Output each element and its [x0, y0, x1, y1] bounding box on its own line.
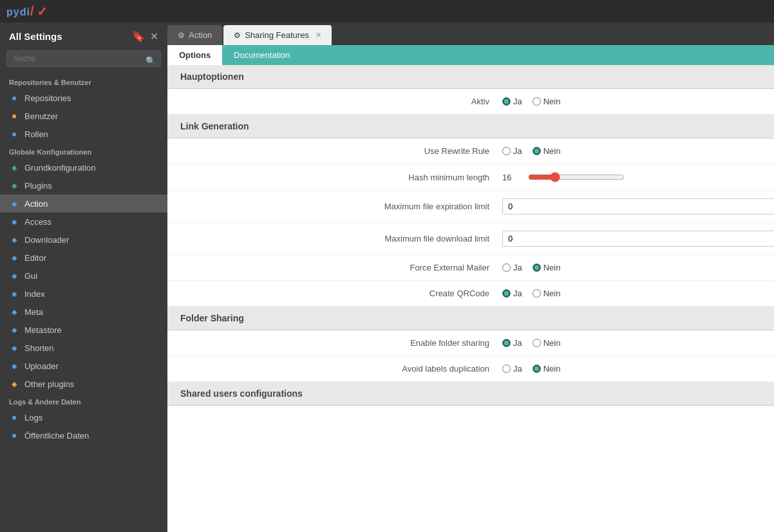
folder-sharing-nein-input[interactable] — [533, 339, 541, 347]
sidebar-item-label: Shorten — [24, 343, 54, 353]
action-icon: ◆ — [9, 198, 19, 209]
rewrite-ja-label: Ja — [513, 146, 522, 156]
hash-range-input[interactable] — [528, 172, 625, 182]
force-mailer-nein-input[interactable] — [533, 263, 541, 272]
avoid-labels-nein-radio[interactable]: Nein — [533, 364, 561, 374]
sidebar-item-label: Uploader — [24, 361, 59, 371]
rewrite-ja-radio[interactable]: Ja — [502, 146, 522, 156]
tab-action-label: Action — [189, 30, 212, 40]
sidebar-item-repositories[interactable]: ■ Repositories — [0, 89, 167, 107]
rewrite-ja-input[interactable] — [502, 147, 511, 155]
search-icon: 🔍 — [146, 56, 156, 66]
grundkonfiguration-icon: ◆ — [9, 162, 19, 173]
search-container: 🔍 — [0, 48, 167, 73]
subtab-documentation-label: Documentation — [234, 50, 290, 60]
sidebar-header: All Settings 🔖 ✕ — [0, 23, 167, 48]
sidebar-item-benutzer[interactable]: ■ Benutzer — [0, 107, 167, 125]
subtab-bar: Options Documentation — [167, 45, 774, 65]
aktiv-nein-radio[interactable]: Nein — [533, 97, 561, 106]
folder-sharing-ja-input[interactable] — [502, 339, 511, 347]
aktiv-ja-input[interactable] — [502, 97, 511, 106]
section-globale-konfig: Globale Konfigurationen — [0, 143, 167, 158]
aktiv-control: Ja Nein — [502, 97, 761, 106]
sidebar-item-label: Editor — [24, 253, 46, 263]
folder-sharing-nein-radio[interactable]: Nein — [533, 338, 561, 348]
qrcode-ja-radio[interactable]: Ja — [502, 289, 522, 298]
qrcode-ja-input[interactable] — [502, 289, 511, 298]
metastore-icon: ◆ — [9, 325, 19, 335]
sidebar-item-plugins[interactable]: ◆ Plugins — [0, 176, 167, 195]
sidebar-item-access[interactable]: ◆ Access — [0, 213, 167, 231]
sidebar-item-grundkonfiguration[interactable]: ◆ Grundkonfiguration — [0, 158, 167, 176]
search-input[interactable] — [6, 50, 161, 67]
sidebar-item-label: Downloader — [24, 235, 69, 245]
sidebar-item-index[interactable]: ◆ Index — [0, 285, 167, 303]
max-expiration-input[interactable] — [502, 198, 774, 214]
force-external-mailer-control: Ja Nein — [502, 263, 761, 272]
force-mailer-nein-radio[interactable]: Nein — [533, 263, 561, 272]
sidebar-item-offentliche-daten[interactable]: ■ Öffentliche Daten — [0, 426, 167, 444]
logo-text: pydi/ — [6, 4, 34, 19]
aktiv-radio-group: Ja Nein — [502, 97, 560, 106]
sidebar-item-label: Gui — [24, 271, 37, 281]
sidebar-item-rollen[interactable]: ■ Rollen — [0, 125, 167, 143]
sidebar-item-uploader[interactable]: ◆ Uploader — [0, 357, 167, 375]
avoid-labels-ja-input[interactable] — [502, 365, 511, 373]
folder-sharing-ja-radio[interactable]: Ja — [502, 338, 522, 348]
close-settings-icon[interactable]: ✕ — [150, 30, 158, 43]
qrcode-nein-radio[interactable]: Nein — [533, 289, 561, 298]
link-generation-header: Link Generation — [167, 115, 774, 138]
tab-action[interactable]: ⚙ Action — [167, 25, 222, 45]
sidebar-item-logs[interactable]: ■ Logs — [0, 408, 167, 426]
sidebar-item-editor[interactable]: ◆ Editor — [0, 249, 167, 267]
meta-icon: ◆ — [9, 307, 19, 317]
enable-folder-sharing-row: Enable folder sharing Ja Nein — [167, 330, 774, 356]
force-external-mailer-label: Force External Mailer — [180, 263, 502, 272]
aktiv-ja-radio[interactable]: Ja — [502, 97, 522, 106]
force-mailer-ja-radio[interactable]: Ja — [502, 263, 522, 272]
shared-users-header: Shared users configurations — [167, 382, 774, 406]
sidebar-item-metastore[interactable]: ◆ Metastore — [0, 321, 167, 339]
section-hauptoptionen: Hauptoptionen Aktiv Ja Nein — [167, 65, 774, 115]
qrcode-ja-label: Ja — [513, 289, 522, 298]
rewrite-nein-input[interactable] — [533, 147, 541, 155]
hash-min-length-label: Hash minimum length — [180, 173, 502, 182]
force-external-mailer-radio-group: Ja Nein — [502, 263, 560, 272]
avoid-labels-nein-input[interactable] — [533, 365, 541, 373]
uploader-icon: ◆ — [9, 361, 19, 371]
tab-sharing-features[interactable]: ⚙ Sharing Features ✕ — [223, 25, 332, 45]
tab-action-icon: ⚙ — [178, 31, 185, 40]
sidebar-item-other-plugins[interactable]: ◆ Other plugins — [0, 375, 167, 393]
bookmark-icon[interactable]: 🔖 — [132, 30, 145, 43]
tab-close-icon[interactable]: ✕ — [316, 31, 321, 39]
rollen-icon: ■ — [9, 129, 19, 139]
sidebar-item-label: Rollen — [24, 129, 48, 139]
max-download-input[interactable] — [502, 231, 774, 247]
sidebar-item-label: Action — [24, 199, 48, 209]
max-download-control — [502, 231, 774, 247]
topbar: pydi/✓ — [0, 0, 774, 23]
sidebar-item-shorten[interactable]: ◆ Shorten — [0, 339, 167, 357]
subtab-options[interactable]: Options — [167, 45, 222, 65]
sidebar-item-action[interactable]: ◆ Action — [0, 195, 167, 213]
force-external-mailer-row: Force External Mailer Ja Nein — [167, 255, 774, 281]
rewrite-nein-radio[interactable]: Nein — [533, 146, 561, 156]
subtab-options-label: Options — [179, 50, 211, 60]
avoid-labels-ja-radio[interactable]: Ja — [502, 364, 522, 374]
hash-range-value: 16 — [502, 173, 522, 182]
sidebar-item-meta[interactable]: ◆ Meta — [0, 303, 167, 321]
link-generation-title: Link Generation — [180, 121, 249, 131]
tab-bar: ⚙ Action ⚙ Sharing Features ✕ — [167, 23, 774, 45]
hash-range-container: 16 — [502, 172, 625, 182]
offentliche-daten-icon: ■ — [9, 430, 19, 441]
subtab-documentation[interactable]: Documentation — [222, 45, 301, 65]
sidebar-item-gui[interactable]: ◆ Gui — [0, 267, 167, 285]
sidebar-item-downloader[interactable]: ◆ Downloader — [0, 231, 167, 249]
qrcode-nein-input[interactable] — [533, 289, 541, 298]
sidebar-item-label: Öffentliche Daten — [24, 431, 89, 441]
sidebar-item-label: Benutzer — [24, 111, 58, 121]
force-mailer-ja-input[interactable] — [502, 263, 511, 272]
sidebar-item-label: Index — [24, 289, 45, 299]
aktiv-nein-input[interactable] — [533, 97, 541, 106]
hash-min-length-row: Hash minimum length 16 — [167, 164, 774, 191]
